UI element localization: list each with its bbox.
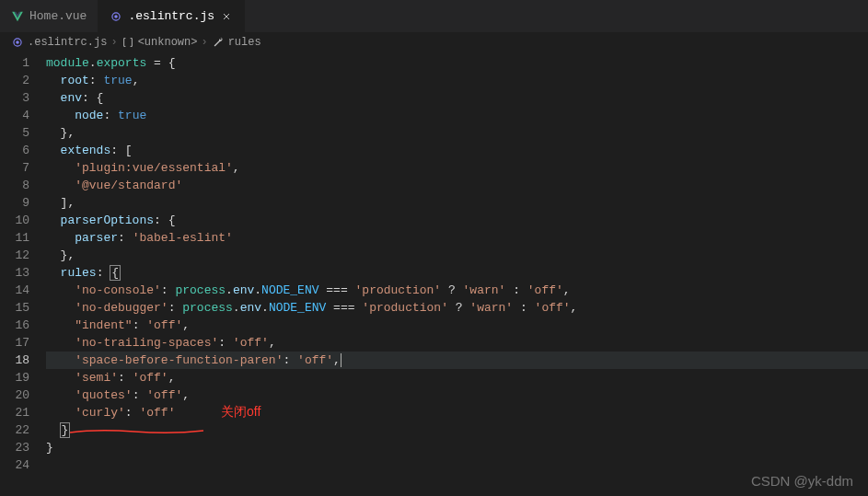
tab-label: Home.vue — [29, 9, 87, 23]
chevron-right-icon: › — [201, 36, 207, 49]
vue-icon — [11, 10, 24, 23]
eslint-icon — [110, 10, 122, 23]
tab-eslintrc[interactable]: .eslintrc.js — [98, 0, 245, 32]
breadcrumb-symbol[interactable]: rules — [228, 36, 261, 49]
watermark: CSDN @yk-ddm — [751, 473, 853, 489]
line-gutter: 123456789101112131415161718192021222324 — [0, 52, 46, 496]
tab-label: .eslintrc.js — [128, 9, 214, 23]
wrench-icon — [212, 36, 225, 49]
code-content[interactable]: module.exports = { root: true, env: { no… — [46, 52, 868, 496]
tab-home-vue[interactable]: Home.vue — [0, 0, 98, 32]
svg-point-1 — [115, 15, 119, 18]
eslint-icon — [11, 36, 24, 49]
brackets-icon — [122, 36, 134, 49]
svg-point-3 — [16, 40, 19, 44]
text-cursor — [341, 353, 341, 367]
annotation-text: 关闭off — [221, 404, 260, 421]
breadcrumb: .eslintrc.js › <unknown> › rules — [0, 32, 868, 52]
annotation-underline — [70, 429, 203, 435]
breadcrumb-symbol[interactable]: <unknown> — [138, 36, 198, 49]
close-icon[interactable] — [220, 10, 233, 23]
chevron-right-icon: › — [110, 36, 117, 49]
editor-tabs: Home.vue .eslintrc.js — [0, 0, 868, 32]
editor-area[interactable]: 123456789101112131415161718192021222324 … — [0, 52, 868, 496]
breadcrumb-file[interactable]: .eslintrc.js — [28, 36, 107, 49]
